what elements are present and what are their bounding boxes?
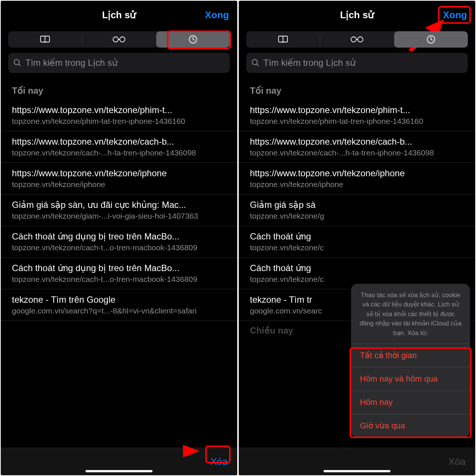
page-title: Lịch sử (102, 9, 136, 21)
book-icon (278, 35, 288, 44)
page-title: Lịch sử (340, 9, 374, 21)
clear-all-time[interactable]: Tất cả thời gian (351, 344, 470, 367)
nav-header: Lịch sử Xong (239, 1, 475, 29)
clear-today[interactable]: Hôm nay (351, 390, 470, 414)
clear-popover: Thao tác xóa sẽ xóa lịch sử, cookie và c… (351, 284, 470, 438)
done-button[interactable]: Xong (443, 9, 467, 21)
book-icon (40, 35, 50, 44)
tab-bookmarks[interactable] (8, 31, 82, 48)
clear-button[interactable]: Xóa (210, 456, 228, 467)
home-indicator (324, 470, 390, 472)
search-placeholder: Tìm kiếm trong Lịch sử (263, 58, 356, 68)
history-item[interactable]: https://www.topzone.vn/tekzone/iphonetop… (239, 163, 475, 194)
history-item[interactable]: https://www.topzone.vn/tekzone/cach-b...… (239, 131, 475, 163)
tab-reading-list[interactable] (320, 31, 394, 48)
search-icon (251, 59, 260, 67)
content: Tối nay https://www.topzone.vn/tekzone/p… (1, 81, 237, 448)
segmented-control (8, 31, 230, 48)
tab-history[interactable] (394, 31, 468, 48)
section-header: Tối nay (239, 81, 475, 100)
svg-point-0 (113, 37, 118, 42)
history-item[interactable]: https://www.topzone.vn/tekzone/phim-t...… (1, 100, 237, 131)
search-input[interactable]: Tìm kiếm trong Lịch sử (246, 53, 468, 73)
svg-point-5 (358, 37, 363, 42)
tab-bookmarks[interactable] (246, 31, 320, 48)
search-placeholder: Tìm kiếm trong Lịch sử (25, 58, 118, 68)
history-item[interactable]: tekzone - Tìm trên Googlegoogle.com.vn/s… (1, 289, 237, 321)
clear-last-hour[interactable]: Giờ vừa qua (351, 414, 470, 437)
popover-message: Thao tác xóa sẽ xóa lịch sử, cookie và c… (351, 284, 470, 344)
screen-left: Lịch sử Xong Tìm kiếm trong Lịch sử Tối … (1, 1, 237, 475)
history-item[interactable]: https://www.topzone.vn/tekzone/phim-t...… (239, 100, 475, 131)
glasses-icon (350, 36, 364, 43)
history-item[interactable]: Cách thoát ứngtopzone.vn/tekzone/c (239, 226, 475, 258)
search-input[interactable]: Tìm kiếm trong Lịch sử (8, 53, 230, 73)
svg-point-4 (351, 37, 356, 42)
search-icon (13, 59, 22, 67)
tab-history[interactable] (156, 31, 230, 48)
history-item[interactable]: Giảm giá sập sàtopzone.vn/tekzone/g (239, 194, 475, 226)
clear-button: Xóa (448, 456, 466, 467)
screen-right: Lịch sử Xong Tìm kiếm trong Lịch sử Tối … (239, 1, 475, 475)
svg-point-1 (120, 37, 125, 42)
history-item[interactable]: https://www.topzone.vn/tekzone/cach-b...… (1, 131, 237, 163)
home-indicator (86, 470, 152, 472)
nav-header: Lịch sử Xong (1, 1, 237, 29)
history-list[interactable]: https://www.topzone.vn/tekzone/phim-t...… (1, 100, 237, 448)
history-item[interactable]: https://www.topzone.vn/tekzone/iphonetop… (1, 163, 237, 194)
clock-icon (189, 35, 197, 44)
history-item[interactable]: Giảm giá sập sàn, ưu đãi cực khủng: Mac.… (1, 194, 237, 226)
tab-reading-list[interactable] (82, 31, 156, 48)
clock-icon (427, 35, 435, 44)
done-button[interactable]: Xong (205, 9, 229, 21)
clear-today-yesterday[interactable]: Hôm nay và hôm qua (351, 367, 470, 390)
glasses-icon (112, 36, 126, 43)
segmented-control (246, 31, 468, 48)
history-item[interactable]: Cách thoát ứng dụng bị treo trên MacBo..… (1, 226, 237, 258)
section-header: Tối nay (1, 81, 237, 100)
history-item[interactable]: Cách thoát ứng dụng bị treo trên MacBo..… (1, 258, 237, 289)
